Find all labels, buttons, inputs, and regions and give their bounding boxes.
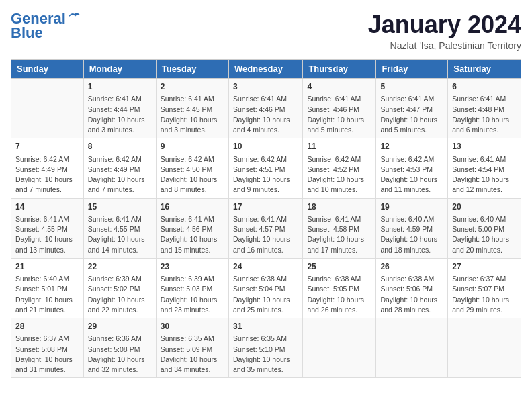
day-number: 25	[307, 261, 371, 273]
calendar-cell: 4Sunrise: 6:41 AM Sunset: 4:46 PM Daylig…	[303, 79, 376, 138]
day-number: 27	[452, 261, 517, 273]
calendar-week-row: 21Sunrise: 6:40 AM Sunset: 5:01 PM Dayli…	[11, 258, 521, 318]
day-number: 12	[380, 141, 443, 152]
calendar-cell: 14Sunrise: 6:41 AM Sunset: 4:55 PM Dayli…	[11, 198, 84, 258]
calendar-cell: 3Sunrise: 6:41 AM Sunset: 4:46 PM Daylig…	[228, 79, 302, 138]
day-number: 30	[161, 321, 224, 332]
day-info: Sunrise: 6:41 AM Sunset: 4:56 PM Dayligh…	[161, 214, 224, 255]
calendar-week-row: 14Sunrise: 6:41 AM Sunset: 4:55 PM Dayli…	[11, 198, 521, 258]
calendar-cell: 2Sunrise: 6:41 AM Sunset: 4:45 PM Daylig…	[156, 79, 228, 138]
calendar-cell: 12Sunrise: 6:42 AM Sunset: 4:53 PM Dayli…	[376, 138, 448, 198]
day-info: Sunrise: 6:40 AM Sunset: 5:00 PM Dayligh…	[452, 214, 517, 255]
calendar-cell: 27Sunrise: 6:37 AM Sunset: 5:07 PM Dayli…	[448, 258, 521, 318]
day-info: Sunrise: 6:42 AM Sunset: 4:49 PM Dayligh…	[88, 154, 152, 195]
day-number: 10	[233, 141, 298, 152]
calendar-cell: 20Sunrise: 6:40 AM Sunset: 5:00 PM Dayli…	[448, 198, 521, 258]
day-info: Sunrise: 6:41 AM Sunset: 4:54 PM Dayligh…	[452, 154, 517, 195]
calendar-cell: 5Sunrise: 6:41 AM Sunset: 4:47 PM Daylig…	[376, 79, 448, 138]
title-block: January 2024 Nazlat 'Isa, Palestinian Te…	[368, 11, 521, 51]
day-info: Sunrise: 6:39 AM Sunset: 5:02 PM Dayligh…	[88, 274, 152, 315]
day-number: 20	[452, 201, 517, 213]
day-number: 16	[161, 201, 224, 213]
day-info: Sunrise: 6:42 AM Sunset: 4:51 PM Dayligh…	[233, 154, 298, 195]
calendar-table: SundayMondayTuesdayWednesdayThursdayFrid…	[11, 59, 521, 378]
calendar-cell: 16Sunrise: 6:41 AM Sunset: 4:56 PM Dayli…	[156, 198, 228, 258]
calendar-cell: 11Sunrise: 6:42 AM Sunset: 4:52 PM Dayli…	[303, 138, 376, 198]
day-info: Sunrise: 6:42 AM Sunset: 4:53 PM Dayligh…	[380, 154, 443, 195]
calendar-cell	[11, 79, 84, 138]
calendar-cell: 24Sunrise: 6:38 AM Sunset: 5:04 PM Dayli…	[228, 258, 302, 318]
calendar-cell: 31Sunrise: 6:35 AM Sunset: 5:10 PM Dayli…	[228, 318, 302, 378]
day-info: Sunrise: 6:41 AM Sunset: 4:57 PM Dayligh…	[233, 214, 298, 255]
day-info: Sunrise: 6:41 AM Sunset: 4:44 PM Dayligh…	[88, 94, 152, 135]
day-info: Sunrise: 6:41 AM Sunset: 4:46 PM Dayligh…	[233, 94, 298, 135]
day-info: Sunrise: 6:35 AM Sunset: 5:09 PM Dayligh…	[161, 334, 224, 375]
day-info: Sunrise: 6:41 AM Sunset: 4:58 PM Dayligh…	[307, 214, 371, 255]
day-number: 1	[88, 81, 152, 93]
day-number: 15	[88, 201, 152, 213]
calendar-header-monday: Monday	[83, 60, 156, 79]
day-number: 24	[233, 261, 298, 273]
logo-blue: Blue	[11, 24, 43, 42]
day-info: Sunrise: 6:41 AM Sunset: 4:55 PM Dayligh…	[15, 214, 79, 255]
calendar-cell: 18Sunrise: 6:41 AM Sunset: 4:58 PM Dayli…	[303, 198, 376, 258]
day-number: 21	[15, 261, 79, 273]
day-number: 23	[161, 261, 224, 273]
day-number: 13	[452, 141, 517, 152]
day-info: Sunrise: 6:39 AM Sunset: 5:03 PM Dayligh…	[161, 274, 224, 315]
logo-bird-icon	[67, 11, 81, 21]
day-number: 8	[88, 141, 152, 152]
calendar-header-friday: Friday	[376, 60, 448, 79]
calendar-cell: 23Sunrise: 6:39 AM Sunset: 5:03 PM Dayli…	[156, 258, 228, 318]
calendar-cell: 6Sunrise: 6:41 AM Sunset: 4:48 PM Daylig…	[448, 79, 521, 138]
day-number: 2	[161, 81, 224, 93]
day-number: 3	[233, 81, 298, 93]
day-number: 19	[380, 201, 443, 213]
calendar-header-tuesday: Tuesday	[156, 60, 228, 79]
calendar-cell: 29Sunrise: 6:36 AM Sunset: 5:08 PM Dayli…	[83, 318, 156, 378]
day-info: Sunrise: 6:35 AM Sunset: 5:10 PM Dayligh…	[233, 334, 298, 375]
calendar-header-wednesday: Wednesday	[228, 60, 302, 79]
day-info: Sunrise: 6:41 AM Sunset: 4:45 PM Dayligh…	[161, 94, 224, 135]
day-info: Sunrise: 6:41 AM Sunset: 4:47 PM Dayligh…	[380, 94, 443, 135]
day-info: Sunrise: 6:41 AM Sunset: 4:46 PM Dayligh…	[307, 94, 371, 135]
calendar-cell: 21Sunrise: 6:40 AM Sunset: 5:01 PM Dayli…	[11, 258, 84, 318]
calendar-cell	[448, 318, 521, 378]
calendar-header-saturday: Saturday	[448, 60, 521, 79]
day-info: Sunrise: 6:37 AM Sunset: 5:08 PM Dayligh…	[15, 334, 79, 375]
logo: General Blue	[11, 11, 81, 42]
day-number: 17	[233, 201, 298, 213]
day-number: 31	[233, 321, 298, 332]
day-number: 26	[380, 261, 443, 273]
day-number: 29	[88, 321, 152, 332]
calendar-cell: 15Sunrise: 6:41 AM Sunset: 4:55 PM Dayli…	[83, 198, 156, 258]
calendar-cell: 7Sunrise: 6:42 AM Sunset: 4:49 PM Daylig…	[11, 138, 84, 198]
day-info: Sunrise: 6:36 AM Sunset: 5:08 PM Dayligh…	[88, 334, 152, 375]
calendar-cell: 9Sunrise: 6:42 AM Sunset: 4:50 PM Daylig…	[156, 138, 228, 198]
calendar-cell: 1Sunrise: 6:41 AM Sunset: 4:44 PM Daylig…	[83, 79, 156, 138]
day-info: Sunrise: 6:41 AM Sunset: 4:55 PM Dayligh…	[88, 214, 152, 255]
calendar-cell: 25Sunrise: 6:38 AM Sunset: 5:05 PM Dayli…	[303, 258, 376, 318]
calendar-cell: 8Sunrise: 6:42 AM Sunset: 4:49 PM Daylig…	[83, 138, 156, 198]
day-info: Sunrise: 6:38 AM Sunset: 5:06 PM Dayligh…	[380, 274, 443, 315]
calendar-header-sunday: Sunday	[11, 60, 84, 79]
day-number: 22	[88, 261, 152, 273]
calendar-header-row: SundayMondayTuesdayWednesdayThursdayFrid…	[11, 60, 521, 79]
location-subtitle: Nazlat 'Isa, Palestinian Territory	[368, 40, 521, 51]
calendar-cell: 10Sunrise: 6:42 AM Sunset: 4:51 PM Dayli…	[228, 138, 302, 198]
day-info: Sunrise: 6:38 AM Sunset: 5:04 PM Dayligh…	[233, 274, 298, 315]
calendar-cell: 26Sunrise: 6:38 AM Sunset: 5:06 PM Dayli…	[376, 258, 448, 318]
day-number: 28	[15, 321, 79, 332]
calendar-cell	[376, 318, 448, 378]
calendar-header-thursday: Thursday	[303, 60, 376, 79]
calendar-cell: 28Sunrise: 6:37 AM Sunset: 5:08 PM Dayli…	[11, 318, 84, 378]
day-info: Sunrise: 6:40 AM Sunset: 4:59 PM Dayligh…	[380, 214, 443, 255]
day-info: Sunrise: 6:42 AM Sunset: 4:50 PM Dayligh…	[161, 154, 224, 195]
calendar-cell: 30Sunrise: 6:35 AM Sunset: 5:09 PM Dayli…	[156, 318, 228, 378]
day-info: Sunrise: 6:37 AM Sunset: 5:07 PM Dayligh…	[452, 274, 517, 315]
day-number: 7	[15, 141, 79, 152]
day-info: Sunrise: 6:42 AM Sunset: 4:49 PM Dayligh…	[15, 154, 79, 195]
day-number: 5	[380, 81, 443, 93]
calendar-week-row: 7Sunrise: 6:42 AM Sunset: 4:49 PM Daylig…	[11, 138, 521, 198]
day-number: 14	[15, 201, 79, 213]
